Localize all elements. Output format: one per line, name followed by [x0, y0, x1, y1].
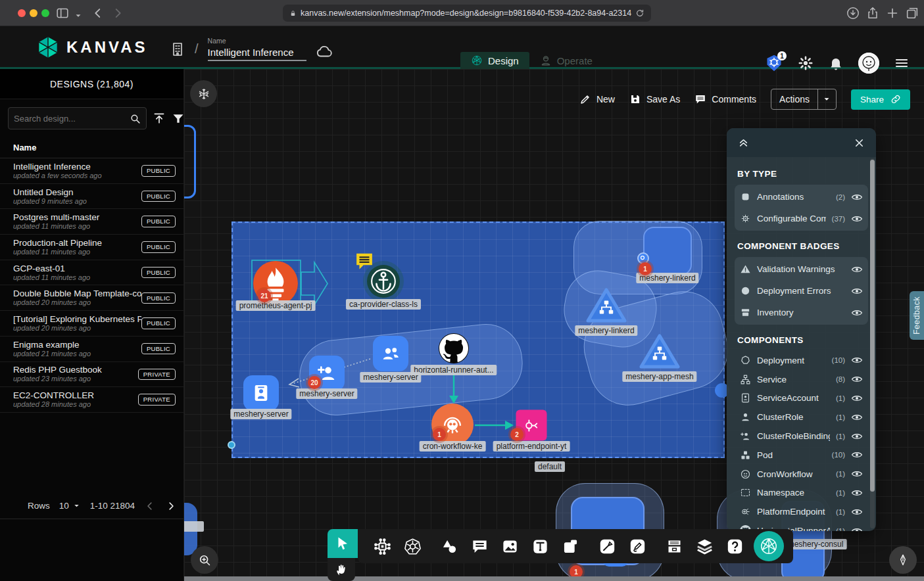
visibility-eye-button[interactable] — [851, 373, 863, 385]
notifications-bell-icon[interactable] — [828, 55, 844, 71]
forward-button[interactable] — [110, 6, 125, 20]
tab-design[interactable]: Design — [460, 52, 529, 69]
visibility-eye-button[interactable] — [851, 307, 863, 319]
organization-icon[interactable] — [170, 41, 185, 57]
design-name: Redis PHP Guestbook — [13, 365, 138, 375]
app-header: KANVAS / Name Design Operate 1 — [0, 26, 924, 69]
visibility-eye-button[interactable] — [851, 449, 863, 461]
design-updated: updated 11 minutes ago — [13, 222, 141, 231]
import-design-button[interactable] — [153, 112, 166, 125]
refresh-icon[interactable] — [635, 9, 644, 18]
next-page-button[interactable] — [165, 500, 177, 512]
shapes-button[interactable] — [434, 529, 464, 563]
address-bar[interactable]: kanvas.new/extension/meshmap?mode=design… — [283, 5, 651, 22]
design-list-item[interactable]: Intelligent Inferenceupdated a few secon… — [0, 158, 183, 184]
new-tab-button[interactable] — [885, 6, 900, 20]
node-label: platform-endpoint-yt — [493, 441, 570, 452]
design-info: Postgres multi-masterupdated 11 minutes … — [13, 212, 141, 231]
design-search-field[interactable] — [8, 107, 147, 129]
error-circle-icon — [740, 285, 751, 296]
comment-tool-button[interactable] — [464, 529, 495, 563]
help-tool-button[interactable] — [719, 529, 750, 563]
kanvas-logo[interactable]: KANVAS — [36, 35, 148, 59]
design-list-item[interactable]: GCP-east-01updated 11 minutes agoPUBLIC — [0, 260, 183, 286]
collapse-panel-button[interactable] — [737, 137, 750, 149]
kubernetes-context-button[interactable]: 1 — [765, 54, 783, 72]
panel-scrollbar-thumb[interactable] — [870, 160, 875, 492]
rows-per-page-select[interactable]: 10 — [59, 501, 81, 511]
snowflake-button[interactable] — [190, 80, 217, 107]
pen-tool-button[interactable] — [592, 529, 622, 563]
design-list-item[interactable]: Double Bubble Map Template-copyupdated 2… — [0, 285, 183, 311]
tab-overview-button[interactable] — [905, 6, 919, 20]
previous-page-button[interactable] — [144, 500, 156, 512]
visibility-eye-button[interactable] — [851, 487, 863, 499]
window-close-button[interactable] — [18, 9, 26, 17]
visibility-eye-button[interactable] — [851, 525, 863, 531]
sidebar-toggle-icon[interactable] — [55, 6, 70, 20]
chevron-down-icon[interactable] — [74, 9, 83, 23]
actions-dropdown-caret[interactable] — [817, 89, 836, 109]
meshery-extension-button[interactable] — [754, 531, 784, 561]
visibility-eye-button[interactable] — [851, 264, 863, 275]
layers-tool-button[interactable] — [689, 529, 719, 563]
visibility-eye-button[interactable] — [851, 430, 863, 442]
pencil-tool-button[interactable] — [622, 529, 652, 563]
component-badges-title: COMPONENT BADGES — [737, 241, 865, 251]
visibility-eye-button[interactable] — [851, 354, 863, 366]
visibility-eye-button[interactable] — [851, 213, 863, 225]
design-list-item[interactable]: Postgres multi-masterupdated 11 minutes … — [0, 209, 183, 235]
meshery-icon — [759, 536, 779, 556]
kubernetes-button[interactable] — [397, 529, 427, 563]
visibility-eye-button[interactable] — [851, 191, 863, 203]
design-list-item[interactable]: Production-alt Pipelineupdated 11 minute… — [0, 235, 183, 260]
avatar[interactable] — [858, 53, 879, 74]
tab-operate[interactable]: Operate — [529, 52, 603, 69]
zoom-button[interactable] — [191, 546, 218, 574]
filter-button[interactable] — [172, 112, 185, 125]
visibility-eye-button[interactable] — [851, 411, 863, 423]
pen-mode-button[interactable] — [889, 546, 917, 574]
note-tool-button[interactable] — [555, 529, 585, 563]
visibility-eye-button[interactable] — [851, 468, 863, 480]
save-as-button[interactable]: Save As — [629, 93, 680, 105]
pen-nib-icon — [896, 553, 910, 567]
visibility-eye-button[interactable] — [851, 392, 863, 404]
pan-tool-button[interactable] — [328, 558, 355, 581]
back-button[interactable] — [91, 6, 105, 20]
share-icon[interactable] — [865, 6, 880, 20]
cursor-tool-button[interactable] — [328, 529, 358, 558]
actions-button-label[interactable]: Actions — [771, 94, 817, 105]
close-panel-button[interactable] — [853, 137, 865, 149]
design-list-item[interactable]: [Tutorial] Exploring Kubernetes Podupdat… — [0, 311, 183, 337]
design-list-item[interactable]: Redis PHP Guestbookupdated 23 minutes ag… — [0, 362, 183, 388]
share-button[interactable]: Share — [851, 89, 910, 110]
panel-row: Configurable Components(37) — [740, 208, 863, 229]
hamburger-menu-icon[interactable] — [894, 55, 910, 71]
visibility-eye-button[interactable] — [851, 506, 863, 518]
image-tool-button[interactable] — [495, 529, 525, 563]
design-list-item[interactable]: EC2-CONTROLLERupdated 28 minutes agoPRIV… — [0, 387, 183, 413]
drawer-tool-button[interactable] — [659, 529, 689, 563]
canvas-horizontal-scrollbar[interactable] — [184, 576, 924, 581]
visibility-eye-button[interactable] — [851, 285, 863, 297]
window-zoom-button[interactable] — [41, 9, 49, 17]
design-updated: updated 21 minutes ago — [13, 350, 141, 358]
settings-gear-icon[interactable] — [798, 55, 814, 71]
text-tool-button[interactable] — [525, 529, 555, 563]
window-minimize-button[interactable] — [30, 9, 37, 17]
feedback-tab[interactable]: Feedback — [910, 291, 924, 340]
downloads-icon[interactable] — [846, 6, 860, 20]
shapes-icon — [441, 538, 458, 555]
comment-annotation-icon[interactable] — [354, 251, 375, 271]
design-list-item[interactable]: Enigma exampleupdated 21 minutes agoPUBL… — [0, 337, 183, 362]
mesh-component-button[interactable] — [367, 529, 397, 563]
new-design-button[interactable]: New — [579, 93, 615, 105]
actions-split-button[interactable]: Actions — [771, 89, 837, 110]
search-input[interactable] — [14, 114, 130, 124]
comments-button[interactable]: Comments — [694, 93, 756, 105]
design-name-input[interactable] — [208, 46, 306, 61]
design-name-field[interactable]: Name — [208, 37, 306, 61]
design-list-item[interactable]: Untitled Designupdated 9 minutes agoPUBL… — [0, 184, 183, 210]
selection-handle[interactable] — [228, 441, 235, 449]
